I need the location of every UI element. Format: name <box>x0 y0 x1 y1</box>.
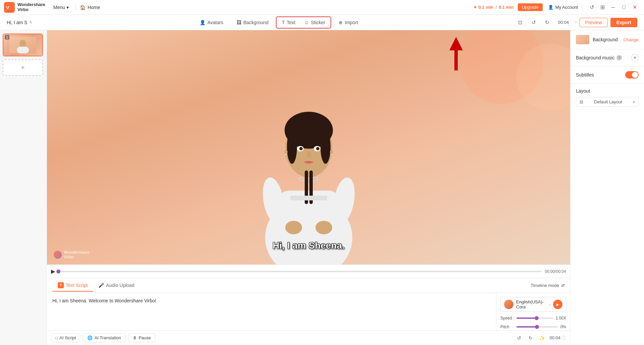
play-button[interactable]: ▶ <box>51 268 55 275</box>
svg-point-27 <box>331 153 333 155</box>
sticker-button[interactable]: ☺ Sticker <box>301 18 329 27</box>
background-icon: 🖼 <box>237 20 241 25</box>
duration-info: 00:04 ⓘ <box>549 335 566 341</box>
export-button[interactable]: Export <box>610 18 637 27</box>
home-icon: 🏠 <box>80 5 86 10</box>
layout-icon: ⊟ <box>580 99 583 104</box>
pause-button[interactable]: ⏸ Pause <box>128 333 155 342</box>
layout-section: Layout ⊟ Default Layout ▾ <box>571 84 644 111</box>
svg-text:V: V <box>6 5 9 10</box>
time-counter: 00:00/00:04 <box>545 269 566 274</box>
account-icon: 👤 <box>548 5 553 10</box>
audio-upload-tab[interactable]: 🎤 Audio Upload <box>93 280 140 291</box>
menu-button[interactable]: Menu ▾ <box>51 3 71 11</box>
script-action-button[interactable]: ✨ <box>537 333 547 343</box>
voice-selector[interactable]: English(USA)-Cora › ▶ <box>500 297 566 312</box>
slide-title: Hi, I am S ✎ <box>7 20 33 25</box>
slides-panel: 1 + <box>0 30 47 345</box>
text-button[interactable]: T Text <box>279 18 299 27</box>
toolbar: Hi, I am S ✎ 👤 Avatars 🖼 Background T Te… <box>0 15 644 30</box>
undo-button[interactable]: ↺ <box>529 17 539 28</box>
svg-point-22 <box>299 147 303 150</box>
voice-play-button[interactable]: ▶ <box>553 300 562 309</box>
close-button[interactable]: ✕ <box>629 2 640 13</box>
avatars-button[interactable]: 👤 Avatars <box>194 18 229 27</box>
slide-1[interactable]: 1 <box>3 34 43 56</box>
speed-thumb <box>535 316 539 320</box>
canvas-area: Hi, I am Sheena. WondershareVirbo ▶ 00:0… <box>47 30 570 278</box>
fullscreen-button[interactable]: ⊡ <box>515 17 526 28</box>
account-button[interactable]: 👤 My Account <box>548 5 578 10</box>
maximize-button[interactable]: □ <box>618 2 629 13</box>
speed-slider[interactable] <box>516 317 553 319</box>
divider2 <box>582 4 582 11</box>
speed-fill <box>516 317 537 319</box>
svg-point-17 <box>320 130 331 164</box>
progress-bar[interactable] <box>58 271 542 272</box>
text-script-tab[interactable]: T Text Script <box>52 280 93 292</box>
script-bottom-bar: □ AI Script 🌐 AI Translation ⏸ Pause ↺ ↻… <box>47 330 570 345</box>
upgrade-button[interactable]: Upgrade <box>518 3 543 11</box>
import-icon: ⊕ <box>339 20 343 25</box>
slide-number: 1 <box>5 35 9 40</box>
speed-value: 1.00X <box>556 316 566 321</box>
voice-name: English(USA)-Cora <box>516 299 546 309</box>
bg-music-help-icon[interactable]: ? <box>616 55 622 60</box>
minimize-button[interactable]: ─ <box>608 2 618 13</box>
timeline-mode[interactable]: Timeline mode ⇄ <box>531 283 565 288</box>
titlebar: V Wondershare Virbo Menu ▾ 🏠 Home ♥ 0.1 … <box>0 0 644 15</box>
subtitles-toggle[interactable] <box>625 71 639 79</box>
layout-select[interactable]: ⊟ Default Layout ▾ <box>576 97 639 107</box>
center-panel: Hi, I am Sheena. WondershareVirbo ▶ 00:0… <box>47 30 570 345</box>
arrow-up-icon <box>449 37 463 50</box>
add-slide-button[interactable]: + <box>3 59 43 76</box>
speed-row: Speed 1.00X <box>500 316 566 321</box>
text-icon: T <box>282 20 285 25</box>
progress-thumb <box>56 269 60 274</box>
watermark-logo <box>54 251 62 259</box>
import-button[interactable]: ⊕ Import <box>333 18 364 27</box>
background-section: Background Change <box>571 30 644 49</box>
bg-music-section: Background music ? + <box>571 49 644 66</box>
pitch-slider[interactable] <box>516 326 558 328</box>
script-undo-button[interactable]: ↺ <box>514 333 524 343</box>
time-info: ♥ 0.1 min / 0.1 min <box>474 5 514 10</box>
voice-panel: English(USA)-Cora › ▶ Speed 1 <box>496 293 570 330</box>
history-button[interactable]: ↺ <box>586 2 597 13</box>
bg-label: Background <box>593 37 620 42</box>
ai-script-button[interactable]: □ AI Script <box>51 333 80 342</box>
ai-translation-button[interactable]: 🌐 AI Translation <box>83 333 126 342</box>
pitch-label: Pitch <box>500 325 514 329</box>
undo-redo: ↺ ↻ ✨ <box>514 333 547 343</box>
speed-label: Speed <box>500 316 514 321</box>
home-button[interactable]: 🏠 Home <box>80 5 100 10</box>
arrow-shaft <box>454 50 458 70</box>
edit-icon: ✎ <box>29 20 33 25</box>
help-icon: ? <box>574 20 577 25</box>
bg-preview <box>576 35 589 44</box>
script-content: Hi, I am Sheena. Welcome to Wondershare … <box>47 293 570 330</box>
layout-chevron-icon: ▾ <box>633 100 635 104</box>
voice-next-icon: › <box>549 302 550 307</box>
svg-point-25 <box>285 153 287 155</box>
background-button[interactable]: 🖼 Background <box>231 18 275 27</box>
timeline-mode-icon: ⇄ <box>561 283 565 288</box>
svg-point-16 <box>287 130 297 164</box>
ai-script-icon: □ <box>55 336 58 340</box>
redo-button[interactable]: ↻ <box>542 17 553 28</box>
svg-point-9 <box>285 221 302 234</box>
grid-button[interactable]: ⊞ <box>597 2 608 13</box>
script-area: T Text Script 🎤 Audio Upload Timeline mo… <box>47 278 570 345</box>
script-text-area[interactable]: Hi, I am Sheena. Welcome to Wondershare … <box>47 293 496 330</box>
script-redo-button[interactable]: ↻ <box>526 333 535 343</box>
sticker-icon: ☺ <box>304 20 309 25</box>
change-bg-button[interactable]: Change <box>623 37 639 42</box>
add-bg-music-button[interactable]: + <box>631 54 639 61</box>
pitch-value: 0% <box>560 325 566 329</box>
bg-music-label: Background music ? <box>576 55 622 60</box>
video-canvas[interactable]: Hi, I am Sheena. WondershareVirbo <box>47 30 570 264</box>
toolbar-center: 👤 Avatars 🖼 Background T Text ☺ Sticker … <box>43 16 515 29</box>
avatar-icon: 👤 <box>200 20 205 25</box>
preview-button[interactable]: Preview <box>580 18 608 27</box>
watermark-text: WondershareVirbo <box>64 250 89 259</box>
